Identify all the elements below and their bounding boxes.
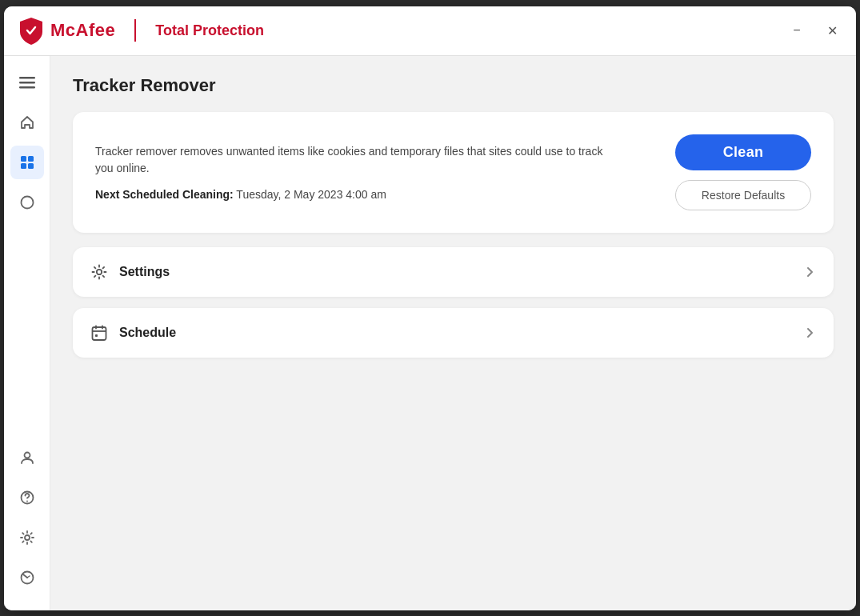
- brand-logo: McAfee Total Protection: [17, 16, 264, 45]
- minimize-button[interactable]: −: [786, 19, 808, 42]
- settings-icon: [19, 530, 35, 546]
- svg-rect-5: [21, 163, 26, 169]
- sidebar-item-circle[interactable]: [10, 186, 44, 219]
- window-controls: − ✕: [786, 19, 843, 42]
- sidebar-item-home[interactable]: [10, 106, 44, 139]
- apps-icon: [19, 154, 35, 170]
- svg-rect-3: [21, 156, 26, 162]
- svg-rect-15: [93, 327, 106, 340]
- svg-rect-2: [19, 86, 35, 89]
- sidebar-item-account[interactable]: [10, 441, 44, 474]
- settings-row-left: Settings: [90, 263, 170, 281]
- svg-point-11: [25, 535, 30, 540]
- settings-row[interactable]: Settings: [73, 247, 834, 297]
- gear-icon: [90, 263, 108, 281]
- help-icon: [19, 490, 35, 506]
- svg-point-10: [26, 500, 28, 502]
- svg-point-8: [24, 452, 30, 458]
- sidebar: [4, 56, 50, 610]
- mcafee-name: McAfee: [50, 20, 115, 41]
- info-card: Tracker remover removes unwanted items l…: [73, 112, 834, 233]
- close-button[interactable]: ✕: [821, 19, 843, 42]
- schedule-row-left: Schedule: [90, 324, 176, 342]
- settings-label: Settings: [119, 265, 170, 279]
- product-name: Total Protection: [155, 22, 264, 39]
- svg-point-7: [21, 196, 33, 208]
- sidebar-item-help[interactable]: [10, 481, 44, 514]
- svg-point-13: [26, 577, 28, 578]
- info-card-left: Tracker remover removes unwanted items l…: [95, 143, 623, 201]
- info-description: Tracker remover removes unwanted items l…: [95, 143, 623, 177]
- svg-point-14: [97, 269, 102, 274]
- calendar-icon: [90, 324, 108, 342]
- svg-rect-4: [28, 156, 34, 162]
- restore-defaults-button[interactable]: Restore Defaults: [675, 180, 811, 210]
- sidebar-item-menu[interactable]: [10, 66, 44, 99]
- mcafee-logo: McAfee: [17, 16, 115, 45]
- mcafee-shield-icon: [17, 16, 46, 45]
- home-icon: [19, 114, 35, 130]
- schedule-label: Schedule: [119, 326, 176, 340]
- menu-icon: [19, 74, 35, 90]
- title-divider: [134, 19, 136, 42]
- dashboard-icon: [19, 570, 35, 586]
- svg-rect-16: [95, 334, 98, 337]
- clean-button[interactable]: Clean: [675, 134, 811, 170]
- account-icon: [19, 450, 35, 466]
- sidebar-item-apps[interactable]: [10, 146, 44, 179]
- schedule-row[interactable]: Schedule: [73, 308, 834, 358]
- next-scheduled-label: Next Scheduled Cleaning:: [95, 188, 234, 201]
- app-window: McAfee Total Protection − ✕: [4, 6, 856, 610]
- titlebar: McAfee Total Protection − ✕: [4, 6, 856, 56]
- sidebar-item-settings[interactable]: [10, 521, 44, 554]
- next-scheduled-value: Tuesday, 2 May 2023 4:00 am: [236, 188, 386, 201]
- main-layout: Tracker Remover Tracker remover removes …: [4, 56, 856, 610]
- next-scheduled-text: Next Scheduled Cleaning: Tuesday, 2 May …: [95, 188, 623, 201]
- info-card-right: Clean Restore Defaults: [675, 134, 811, 210]
- svg-rect-1: [19, 82, 35, 84]
- circle-icon: [19, 194, 35, 210]
- settings-chevron-icon: [803, 266, 816, 278]
- page-title: Tracker Remover: [73, 75, 834, 96]
- svg-rect-6: [28, 163, 34, 169]
- content-area: Tracker Remover Tracker remover removes …: [50, 56, 856, 610]
- sidebar-item-dashboard[interactable]: [10, 561, 44, 594]
- svg-rect-0: [19, 77, 35, 79]
- sidebar-bottom: [10, 441, 44, 601]
- schedule-chevron-icon: [803, 326, 816, 339]
